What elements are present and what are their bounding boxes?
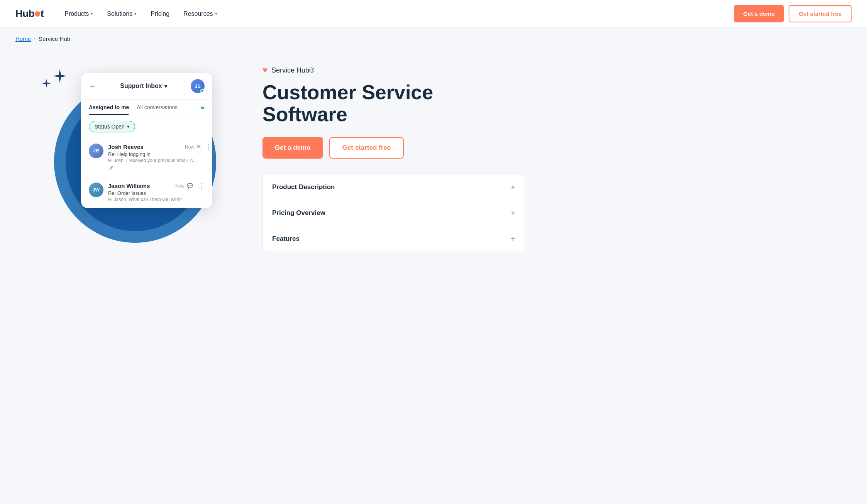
nav-buttons: Get a demo Get started free bbox=[734, 5, 852, 22]
accordion-item-pricing-overview: Pricing Overview + bbox=[263, 200, 525, 226]
accordion-label-pricing-overview: Pricing Overview bbox=[272, 209, 325, 217]
conv-content-jason: Jason Williams Now 💬 Re: Order Issues Hi… bbox=[108, 183, 193, 202]
product-title: Customer Service Software bbox=[262, 81, 525, 125]
accordion-item-features: Features + bbox=[263, 226, 525, 252]
right-panel: ♥ Service Hub® Customer Service Software… bbox=[262, 58, 525, 289]
conv-avatar-jason: JW bbox=[89, 183, 103, 197]
conversation-item[interactable]: JW Jason Williams Now 💬 Re: Order Issues… bbox=[81, 177, 212, 208]
chat-icon: 💬 bbox=[187, 183, 193, 189]
conv-subject: Re: Help logging in bbox=[108, 151, 201, 157]
nav-resources-chevron: ▾ bbox=[215, 11, 217, 16]
heart-icon: ♥ bbox=[262, 65, 268, 75]
tab-assigned[interactable]: Assigned to me bbox=[89, 100, 129, 115]
main-content: ← Support Inbox ▾ JS Assigned to me All … bbox=[0, 50, 540, 312]
navbar: Hubt Products ▾ Solutions ▾ Pricing Reso… bbox=[0, 0, 867, 28]
cta-started-button[interactable]: Get started free bbox=[329, 137, 404, 159]
nav-pricing-label: Pricing bbox=[151, 10, 169, 17]
breadcrumb-current: Service Hub bbox=[39, 36, 70, 42]
accordion-expand-icon-product-description: + bbox=[510, 183, 515, 191]
product-name: Service Hub® bbox=[271, 66, 314, 74]
user-avatar[interactable]: JS bbox=[191, 79, 205, 93]
conv-time: Now bbox=[175, 183, 185, 189]
conv-time-row: Now ✉ bbox=[185, 144, 201, 150]
inbox-title-chevron: ▾ bbox=[164, 83, 167, 89]
inbox-title: Support Inbox ▾ bbox=[120, 83, 167, 90]
nav-solutions-chevron: ▾ bbox=[134, 11, 137, 16]
accordion-header-pricing-overview[interactable]: Pricing Overview + bbox=[263, 200, 525, 226]
breadcrumb: Home › Service Hub bbox=[0, 28, 867, 50]
conv-subject: Re: Order Issues bbox=[108, 190, 193, 196]
sparkles-decoration bbox=[39, 65, 69, 98]
back-arrow-icon[interactable]: ← bbox=[89, 82, 97, 91]
online-indicator bbox=[200, 89, 204, 93]
tab-all-conversations[interactable]: All conversations bbox=[137, 100, 178, 115]
accordion-item-product-description: Product Description + bbox=[263, 174, 525, 200]
breadcrumb-home-link[interactable]: Home bbox=[15, 36, 31, 42]
accordion-expand-icon-pricing-overview: + bbox=[510, 209, 515, 217]
conversation-menu-button[interactable]: ⋮ bbox=[198, 183, 205, 189]
cta-buttons: Get a demo Get started free bbox=[262, 137, 525, 159]
breadcrumb-separator: › bbox=[34, 36, 36, 42]
nav-item-resources[interactable]: Resources ▾ bbox=[178, 7, 222, 20]
logo-text: Hubt bbox=[15, 8, 44, 20]
nav-item-solutions[interactable]: Solutions ▾ bbox=[102, 7, 142, 20]
email-icon: ✉ bbox=[196, 144, 201, 150]
accordion-header-features[interactable]: Features + bbox=[263, 226, 525, 252]
nav-products-label: Products bbox=[64, 10, 89, 17]
nav-products-chevron: ▾ bbox=[91, 11, 93, 16]
conversation-menu-button[interactable]: ⋮ bbox=[205, 144, 212, 151]
cta-demo-button[interactable]: Get a demo bbox=[262, 137, 323, 159]
logo-dot bbox=[35, 11, 40, 17]
logo[interactable]: Hubt bbox=[15, 8, 44, 20]
accordion-expand-icon-features: + bbox=[510, 235, 515, 243]
nav-item-pricing[interactable]: Pricing bbox=[145, 7, 175, 20]
avatar-initials: JS bbox=[195, 83, 201, 89]
product-badge: ♥ Service Hub® bbox=[262, 65, 525, 75]
product-title-line2: Software bbox=[262, 103, 347, 125]
nav-resources-label: Resources bbox=[183, 10, 213, 17]
nav-links: Products ▾ Solutions ▾ Pricing Resources… bbox=[59, 7, 734, 20]
conv-header-josh: Josh Reeves Now ✉ bbox=[108, 144, 201, 150]
conv-preview: Hi Jason. What can I help you with? bbox=[108, 197, 193, 202]
conv-header-jason: Jason Williams Now 💬 bbox=[108, 183, 193, 189]
nav-solutions-label: Solutions bbox=[107, 10, 132, 17]
tab-all-label: All conversations bbox=[137, 104, 178, 110]
status-filter-label: Status Open bbox=[95, 123, 125, 130]
conv-avatar-initials: JR bbox=[93, 148, 99, 154]
left-panel: ← Support Inbox ▾ JS Assigned to me All … bbox=[15, 58, 239, 289]
nav-started-button[interactable]: Get started free bbox=[789, 5, 852, 22]
conv-name: Jason Williams bbox=[108, 183, 150, 189]
nav-demo-button[interactable]: Get a demo bbox=[734, 5, 784, 22]
tab-assigned-label: Assigned to me bbox=[89, 104, 129, 110]
accordion-label-product-description: Product Description bbox=[272, 183, 335, 191]
conversation-item[interactable]: JR Josh Reeves Now ✉ Re: Help logging in… bbox=[81, 138, 212, 177]
mockup-filter: Status Open ▾ bbox=[81, 115, 212, 138]
mockup-tabs: Assigned to me All conversations ≡ bbox=[81, 100, 212, 115]
tabs-menu-icon[interactable]: ≡ bbox=[200, 103, 205, 112]
product-title-line1: Customer Service bbox=[262, 81, 433, 103]
conv-actions-josh: ⋮ bbox=[205, 144, 212, 151]
conv-time: Now bbox=[185, 144, 194, 150]
inbox-title-text: Support Inbox bbox=[120, 83, 162, 90]
accordion: Product Description + Pricing Overview +… bbox=[262, 174, 525, 252]
accordion-label-features: Features bbox=[272, 235, 300, 243]
status-filter-badge[interactable]: Status Open ▾ bbox=[89, 121, 135, 132]
nav-item-products[interactable]: Products ▾ bbox=[59, 7, 98, 20]
conv-time-row: Now 💬 bbox=[175, 183, 193, 189]
conv-actions-jason: ⋮ bbox=[198, 183, 205, 189]
accordion-header-product-description[interactable]: Product Description + bbox=[263, 174, 525, 200]
conv-avatar-initials: JW bbox=[93, 187, 100, 193]
conv-content-josh: Josh Reeves Now ✉ Re: Help logging in Hi… bbox=[108, 144, 201, 171]
app-mockup: ← Support Inbox ▾ JS Assigned to me All … bbox=[81, 73, 212, 208]
status-filter-chevron: ▾ bbox=[127, 124, 129, 129]
conv-preview: Hi Josh. I received your previous email.… bbox=[108, 158, 201, 163]
attachment-icon: 🖇 bbox=[108, 165, 201, 171]
conv-avatar-josh: JR bbox=[89, 144, 103, 158]
conv-name: Josh Reeves bbox=[108, 144, 144, 150]
mockup-header: ← Support Inbox ▾ JS bbox=[81, 73, 212, 100]
